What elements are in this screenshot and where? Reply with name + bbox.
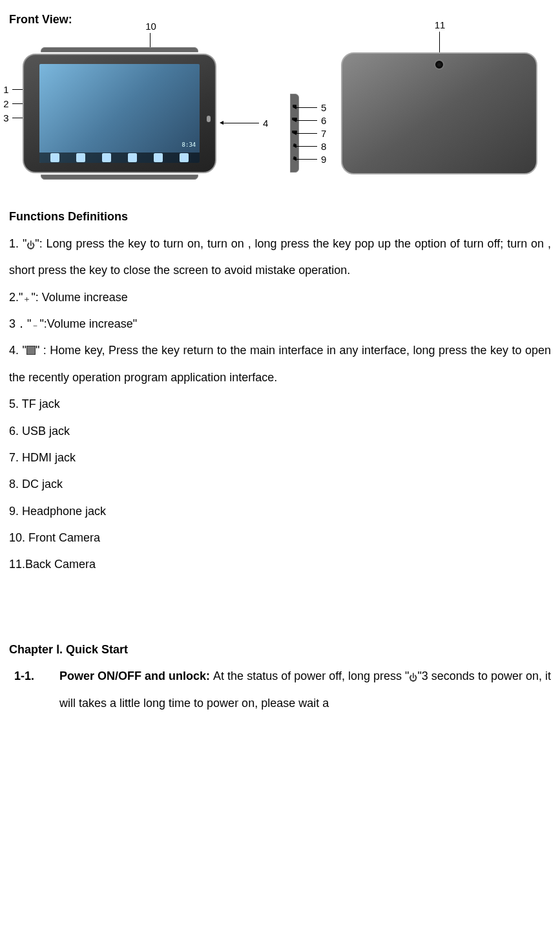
function-item-7: 7. HDMI jack [9, 445, 551, 471]
callout-9: 9 [321, 154, 326, 164]
plus-icon: ＋ [23, 290, 31, 309]
minus-icon: － [31, 316, 39, 335]
tablet-screen: 8:34 [39, 64, 200, 163]
function-item-3: 3．"－":Volume increase" [9, 311, 551, 337]
screen-clock: 8:34 [182, 138, 196, 152]
callout-10: 10 [145, 21, 156, 31]
dock-bar [39, 153, 200, 163]
dock-icon [128, 153, 137, 162]
power-icon: ⏻ [409, 668, 417, 688]
section-1-1: 1-1. Power ON/OFF and unlock: At the sta… [9, 663, 551, 717]
callout-8: 8 [321, 142, 326, 151]
section-body: Power ON/OFF and unlock: At the status o… [59, 663, 551, 717]
dock-icon [76, 153, 85, 162]
dock-icon [50, 153, 59, 162]
dock-icon [180, 153, 189, 162]
dock-icon [102, 153, 111, 162]
top-edge [41, 47, 198, 52]
chapter-heading: Chapter Ⅰ. Quick Start [9, 637, 551, 663]
callout-6: 6 [321, 116, 326, 125]
function-item-6: 6. USB jack [9, 418, 551, 445]
bottom-edge [41, 174, 198, 180]
callout-5: 5 [321, 103, 326, 112]
dock-icon [154, 153, 163, 162]
function-item-5: 5. TF jack [9, 391, 551, 417]
callout-4: 4 [263, 118, 268, 128]
callout-7: 7 [321, 129, 326, 138]
callout-11: 11 [435, 20, 446, 30]
power-icon: ⏻ [26, 236, 35, 255]
function-item-9: 9. Headphone jack [9, 498, 551, 525]
page-title: Front View: [9, 6, 551, 33]
function-item-1: 1. "⏻": Long press the key to turn on, t… [9, 231, 551, 284]
tablet-back-body [341, 52, 537, 174]
callout-3: 3 [3, 113, 8, 123]
side-button-icon [207, 116, 211, 122]
tablet-diagram: 10 1 2 3 4 5 6 7 8 9 [9, 52, 551, 174]
functions-heading: Functions Definitions [9, 204, 551, 230]
section-number: 1-1. [9, 663, 59, 717]
function-item-10: 10. Front Camera [9, 525, 551, 551]
tablet-front-body: 8:34 [23, 54, 216, 173]
callout-2: 2 [3, 99, 8, 109]
callout-1: 1 [3, 85, 8, 94]
function-item-4: 4. "" : Home key, Press the key return t… [9, 337, 551, 391]
function-item-11: 11.Back Camera [9, 551, 551, 578]
section-lead: Power ON/OFF and unlock: [59, 670, 213, 682]
function-item-8: 8. DC jack [9, 471, 551, 498]
tablet-back-view: 11 [341, 52, 537, 174]
tablet-front-view: 10 1 2 3 4 5 6 7 8 9 [23, 54, 216, 173]
function-item-2: 2."＋": Volume increase [9, 284, 551, 311]
back-camera-lens-icon [434, 59, 444, 70]
home-icon [26, 346, 36, 355]
